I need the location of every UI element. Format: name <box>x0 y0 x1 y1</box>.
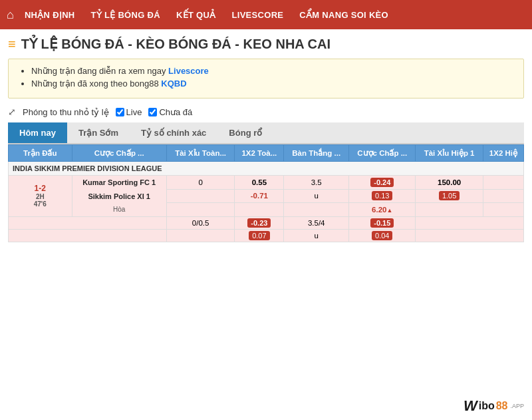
chap-main1: 0.55 <box>235 176 284 190</box>
livescore-link[interactable]: Livescore <box>168 66 209 76</box>
chap2-badge: -0.23 <box>247 218 271 228</box>
main-nav: NHẬN ĐỊNH TỶ LỆ BÓNG ĐÁ KẾT QUẢ LIVESCOR… <box>25 7 388 23</box>
chuada-checkbox[interactable] <box>148 108 157 116</box>
expand-icon[interactable]: ⤢ <box>8 106 16 117</box>
nav-ket-qua[interactable]: KẾT QUẢ <box>176 7 216 23</box>
col-1x2-hiep: 1X2 Hiệ <box>483 145 523 162</box>
ban-thang2: 1.05 <box>416 189 483 203</box>
empty-cols <box>483 176 523 190</box>
col-tran-dau: Trận Đấu <box>9 145 72 162</box>
col-ban-thang: Bàn Thắng ... <box>284 145 349 162</box>
empty-cols3 <box>483 203 523 217</box>
chap-sub <box>166 189 235 203</box>
nav-cam-nang[interactable]: CẨM NANG SOI KÈO <box>299 7 388 23</box>
empty-cols2 <box>483 189 523 203</box>
chap2-1: 0/0.5 <box>166 216 235 229</box>
chap2-sub <box>166 229 235 242</box>
tx2-v1: -0.15 <box>349 216 416 229</box>
home-icon[interactable]: ⌂ <box>7 8 14 22</box>
tabs-row: Hôm nay Trận Sớm Tỷ số chính xác Bóng rổ <box>8 122 524 144</box>
col-tai-xiu-toan: Tài Xỉu Toàn... <box>166 145 235 162</box>
tx2-sub: u <box>284 229 349 242</box>
tx2-1: 3.5/4 <box>284 216 349 229</box>
empty-bot3 <box>9 229 167 242</box>
tx-badge-2: 0.13 <box>372 191 392 200</box>
controls-row: ⤢ Phóng to thu nhỏ tỷ lệ Live Chưa đá <box>8 106 524 117</box>
odds-table: Trận Đấu Cược Chấp ... Tài Xỉu Toàn... 1… <box>8 144 524 242</box>
kqbd-link[interactable]: KQBD <box>161 79 186 89</box>
info-box: Những trận đang diễn ra xem ngay Livesco… <box>8 59 524 99</box>
taixiu1: 3.5 <box>284 176 349 190</box>
chuada-toggle[interactable]: Chưa đá <box>148 107 192 117</box>
nav-livescore[interactable]: LIVESCORE <box>231 7 283 23</box>
tab-bong-ro[interactable]: Bóng rổ <box>217 122 273 143</box>
table-row: 0.07 u 0.04 <box>9 229 524 242</box>
table-container: Trận Đấu Cược Chấp ... Tài Xỉu Toàn... 1… <box>8 144 524 242</box>
table-row: 0/0.5 -0.23 3.5/4 -0.15 <box>9 216 524 229</box>
expand-label: Phóng to thu nhỏ tỷ lệ <box>23 107 109 117</box>
ban-thang1: 150.00 <box>416 176 483 190</box>
tx-val2: 0.13 <box>349 189 416 203</box>
chap2-v1: -0.23 <box>235 216 284 229</box>
match-info: Kumar Sporting FC 1 Sikkim Police XI 1 H… <box>72 176 166 217</box>
empty-sub3 <box>166 203 235 217</box>
league-name: INDIA SIKKIM PREMIER DIVISION LEAGUE <box>9 162 524 176</box>
tab-hom-nay[interactable]: Hôm nay <box>8 122 67 143</box>
info-item-2: Những trận đã xong theo bong88 KQBD <box>31 79 513 89</box>
tx2-v2: 0.04 <box>349 229 416 242</box>
chap2-v2: 0.07 <box>235 229 284 242</box>
header: ⌂ NHẬN ĐỊNH TỶ LỆ BÓNG ĐÁ KẾT QUẢ LIVESC… <box>0 0 532 29</box>
empty-bot4 <box>416 229 524 242</box>
col-tai-xiu-hiep1: Tài Xỉu Hiệp 1 <box>416 145 483 162</box>
tx2-badge: -0.15 <box>370 218 394 228</box>
chap2-badge2: 0.07 <box>249 231 269 240</box>
page-title: TỶ LỆ BÓNG ĐÁ - KÈO BÓNG ĐÁ - KEO NHA CA… <box>21 36 331 52</box>
match-score: 1-2 2H 47'6 <box>9 176 72 217</box>
taixiu-sub: u <box>284 189 349 203</box>
nav-ty-le[interactable]: TỶ LỆ BÓNG ĐÁ <box>91 7 160 23</box>
info-item-1: Những trận đang diễn ra xem ngay Livesco… <box>31 66 513 76</box>
empty-sub6 <box>416 203 483 217</box>
col-1x2-toan: 1X2 Toà... <box>235 145 284 162</box>
league-row: INDIA SIKKIM PREMIER DIVISION LEAGUE <box>9 162 524 176</box>
live-toggle[interactable]: Live <box>116 107 142 117</box>
tx-val3: 6.20 <box>349 203 416 217</box>
empty-sub4 <box>235 203 284 217</box>
col-cuoc-chap: Cược Chấp ... <box>72 145 166 162</box>
tab-tran-som[interactable]: Trận Sớm <box>67 122 130 143</box>
page-title-row: ≡ TỶ LỆ BÓNG ĐÁ - KÈO BÓNG ĐÁ - KEO NHA … <box>8 36 524 52</box>
page-content: ≡ TỶ LỆ BÓNG ĐÁ - KÈO BÓNG ĐÁ - KEO NHA … <box>0 29 532 249</box>
chap-val-sub: -0.71 <box>235 189 284 203</box>
tx-val1: -0.24 <box>349 176 416 190</box>
empty-bot <box>9 216 167 229</box>
tx-badge-1: -0.24 <box>370 178 394 187</box>
empty-bot2 <box>416 216 524 229</box>
nav-nhan-dinh[interactable]: NHẬN ĐỊNH <box>25 7 75 23</box>
tab-ty-so[interactable]: Tỷ số chính xác <box>130 122 217 143</box>
empty-sub5 <box>284 203 349 217</box>
tx2-badge2: 0.04 <box>372 231 392 240</box>
chap-val1: 0 <box>166 176 235 190</box>
bt-badge-2: 1.05 <box>439 191 460 200</box>
table-row: 1-2 2H 47'6 Kumar Sporting FC 1 Sikkim P… <box>9 176 524 190</box>
col-cuoc-chap2: Cược Chấp ... <box>349 145 416 162</box>
live-checkbox[interactable] <box>116 108 124 116</box>
title-icon: ≡ <box>8 37 16 52</box>
